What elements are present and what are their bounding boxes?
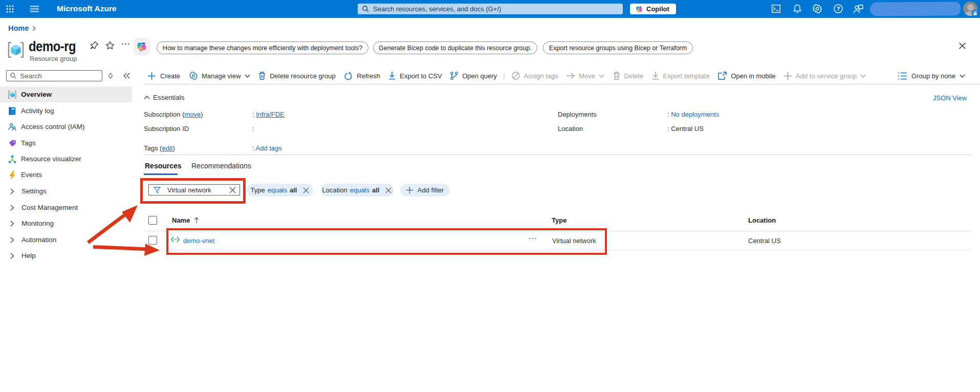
svg-text:?: ? [837, 6, 840, 12]
